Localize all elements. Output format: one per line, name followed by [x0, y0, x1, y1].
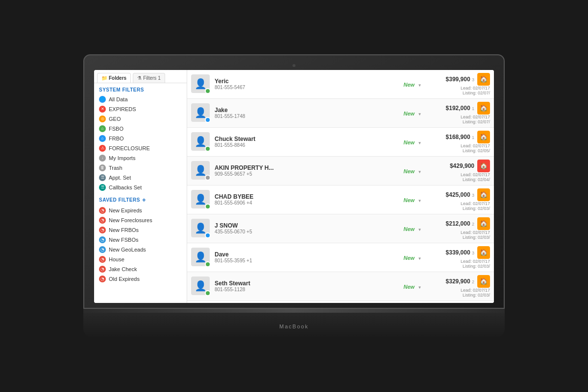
filter-frbo[interactable]: ⌂ FRBO	[94, 134, 187, 143]
lead-info-chuck: Chuck Stewart 801-555-8846	[215, 136, 394, 148]
lead-price-akin: $429,900 🏠 Lead: 02/07/17Listing: 02/04/	[431, 160, 490, 182]
lead-row[interactable]: 👤 AKIN PROPERTY H... 909-555-9657 +5 New…	[187, 157, 494, 185]
appt-label: Appt. Set	[109, 175, 131, 181]
lead-status-jsnow[interactable]: New ▼	[398, 224, 427, 233]
lead-name: Chuck Stewart	[215, 136, 394, 142]
tab-folders-label: Folders	[109, 75, 126, 81]
saved-new-geoleads[interactable]: ◔ New GeoLeads	[94, 245, 187, 254]
add-saved-filter-button[interactable]: +	[142, 196, 146, 204]
lead-status-chad[interactable]: New ▼	[398, 195, 427, 204]
avatar-yeric: 👤	[191, 74, 211, 94]
saved-new-expireds[interactable]: ◔ New Expireds	[94, 206, 187, 215]
lead-name: Jake	[215, 107, 394, 114]
lead-row[interactable]: 👤 CHAD BYBEE 801-555-6906 +4 New ▼ $425,…	[187, 185, 494, 214]
lead-row[interactable]: 👤 Jake 801-555-1748 New ▼ $192,000 1	[187, 99, 494, 128]
lead-info-jake: Jake 801-555-1748	[215, 107, 394, 119]
lead-row[interactable]: 👤 J SNOW 435-555-0670 +5 New ▼ $212,000 …	[187, 214, 494, 243]
status-dropdown-arrow[interactable]: ▼	[418, 83, 422, 88]
filter-expireds[interactable]: ✕ EXPIREDS	[94, 104, 187, 114]
tab-filters[interactable]: ⚗ Filters 1	[133, 73, 165, 83]
status-dot	[205, 232, 211, 238]
lead-name: Yeric	[215, 78, 394, 85]
saved-old-expireds[interactable]: ◔ Old Expireds	[94, 274, 187, 284]
status-dropdown-arrow[interactable]: ▼	[418, 199, 422, 203]
person-icon: 👤	[195, 136, 207, 147]
status-dropdown-arrow[interactable]: ▼	[418, 256, 422, 261]
lead-row[interactable]: 👤 Yeric 801-555-5467 New ▼ $399,900 3	[187, 70, 494, 99]
filter-foreclosure[interactable]: ⚠ FORECLOSURE	[94, 143, 187, 153]
filter-trash[interactable]: 🗑 Trash	[94, 163, 187, 173]
new-geoleads-label: New GeoLeads	[109, 247, 146, 253]
avatar-chad: 👤	[191, 190, 211, 209]
lead-meta: Lead: 02/07/17Listing: 02/03/	[431, 230, 490, 240]
lead-name: CHAD BYBEE	[215, 193, 394, 200]
status-dot	[205, 261, 211, 267]
avatar-jsnow: 👤	[191, 219, 211, 238]
status-dropdown-arrow[interactable]: ▼	[418, 141, 422, 145]
lead-row[interactable]: 👤 Maureen Genski $20,000 1.4 🏠	[187, 301, 494, 303]
lead-phone: 909-555-9657 +5	[215, 171, 394, 177]
lead-status-chuck[interactable]: New ▼	[398, 138, 427, 146]
lead-info-seth: Seth Stewart 801-555-1128	[215, 280, 394, 292]
status-dropdown-arrow[interactable]: ▼	[418, 228, 422, 232]
property-icon-orange: 🏠	[477, 131, 490, 143]
filter-appt-set[interactable]: ☰ Appt. Set	[94, 173, 187, 183]
person-icon: 👤	[195, 107, 207, 118]
saved-jake-check[interactable]: ◔ Jake Check	[94, 264, 187, 274]
leads-list: 👤 Yeric 801-555-5467 New ▼ $399,900 3	[187, 70, 494, 303]
property-icon-orange: 🏠	[477, 246, 490, 259]
new-geoleads-icon: ◔	[99, 246, 106, 253]
status-dot	[205, 88, 211, 94]
saved-new-frbos[interactable]: ◔ New FRBOs	[94, 225, 187, 235]
all-data-icon: 🌐	[99, 96, 106, 103]
saved-new-fsbos[interactable]: ◔ New FSBOs	[94, 235, 187, 245]
status-new-badge: New	[404, 82, 415, 88]
lead-status-jake[interactable]: New ▼	[398, 109, 427, 117]
filter-callbacks[interactable]: ☰ Callbacks Set	[94, 183, 187, 192]
person-icon: 👤	[195, 222, 207, 234]
lead-row[interactable]: 👤 Seth Stewart 801-555-1128 New ▼ $329,9…	[187, 272, 494, 301]
status-dot	[205, 117, 211, 123]
lead-status-akin[interactable]: New ▼	[398, 166, 427, 175]
callbacks-icon: ☰	[99, 184, 106, 191]
system-filters-heading: SYSTEM FILTERS	[94, 83, 187, 94]
lead-phone: 801-555-1748	[215, 114, 394, 119]
filter-fsbo[interactable]: ⌂ FSBO	[94, 124, 187, 134]
person-icon: 👤	[195, 164, 207, 176]
status-dropdown-arrow[interactable]: ▼	[418, 170, 422, 174]
lead-info-jsnow: J SNOW 435-555-0670 +5	[215, 222, 394, 234]
lead-row[interactable]: 👤 Dave 801-555-3595 +1 New ▼ $339,000 3	[187, 243, 494, 272]
house-icon: ◔	[99, 256, 106, 263]
tab-folders[interactable]: 📁 Folders	[97, 73, 131, 83]
new-foreclosures-label: New Foreclosures	[109, 217, 152, 223]
lead-name: Seth Stewart	[215, 280, 394, 287]
lead-row[interactable]: 👤 Chuck Stewart 801-555-8846 New ▼ $168,…	[187, 128, 494, 157]
lead-status-dave[interactable]: New ▼	[398, 253, 427, 262]
filter-geo[interactable]: ◎ GEO	[94, 114, 187, 124]
lead-price-jsnow: $212,000 2 🏠 Lead: 02/07/17Listing: 02/0…	[431, 217, 490, 240]
house-label: House	[109, 256, 124, 262]
status-new-badge: New	[404, 111, 415, 116]
lead-status-seth[interactable]: New ▼	[398, 282, 427, 291]
lead-phone: 801-555-6906 +4	[215, 200, 394, 206]
saved-house[interactable]: ◔ House	[94, 254, 187, 264]
price-value: $212,000 2	[446, 220, 474, 227]
saved-new-foreclosures[interactable]: ◔ New Foreclosures	[94, 215, 187, 225]
property-icon-orange: 🏠	[477, 275, 490, 288]
price-value: $399,900 3	[446, 76, 474, 83]
filter-my-imports[interactable]: ↓ My Imports	[94, 153, 187, 163]
filter-all-data[interactable]: 🌐 All Data	[94, 94, 187, 104]
status-dropdown-arrow[interactable]: ▼	[418, 285, 422, 290]
expireds-icon: ✕	[99, 106, 106, 113]
status-new-badge: New	[404, 284, 415, 290]
property-icon-orange: 🏠	[477, 73, 490, 86]
person-icon: 👤	[195, 251, 207, 263]
lead-phone: 435-555-0670 +5	[215, 229, 394, 234]
lead-meta: Lead: 02/07/17Listing: 02/05/	[431, 143, 490, 153]
jake-check-icon: ◔	[99, 266, 106, 273]
status-new-badge: New	[404, 197, 415, 203]
person-icon: 👤	[195, 280, 207, 292]
lead-status-yeric[interactable]: New ▼	[398, 80, 427, 89]
screen: 📁 Folders ⚗ Filters 1 SYSTEM FILTERS 🌐 A…	[94, 70, 494, 303]
status-dropdown-arrow[interactable]: ▼	[418, 112, 422, 116]
